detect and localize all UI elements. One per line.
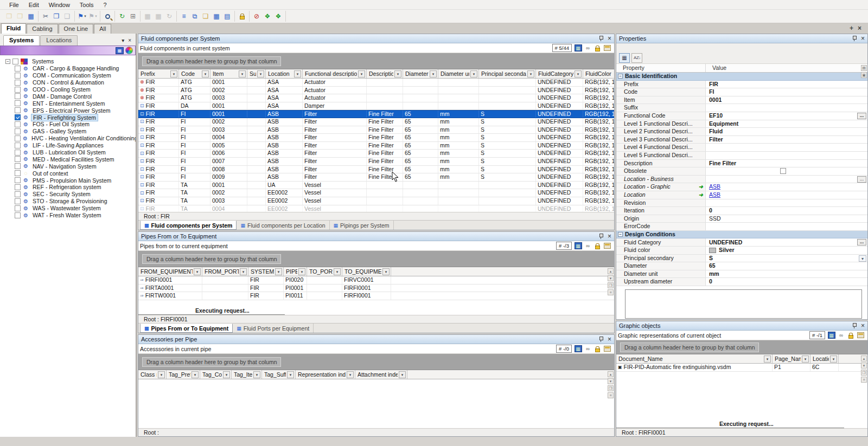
table-row[interactable]: ▣FIR-PID-Automatic fire extinguishing.vs… [616,364,867,372]
panel-tab-fluid-ports-per-equipment[interactable]: ▦Fluid Ports per Equipment [233,324,314,333]
column-header-diameter-unit[interactable]: Diameter unit▾ [438,69,479,78]
dock-icon[interactable]: ▤ [861,65,867,71]
property-group[interactable]: −Basic Identification [616,73,867,81]
properties-window-icon[interactable]: ❏ [201,12,210,21]
property-row[interactable]: Principal secondaryS▼ [616,255,867,263]
note-flag-icon[interactable]: ⚑▾ [77,12,87,21]
property-row[interactable]: Location - Graphic➜ASB [616,183,867,191]
link-icon[interactable] [583,242,592,250]
grid-view-icon[interactable]: ▦ [212,12,221,21]
tree-item[interactable]: ◌Out of context [0,170,136,177]
print-icon[interactable]: ❐ [608,282,614,288]
column-header-from-port[interactable]: FROM_PORT▾ [202,267,248,276]
collapse-group-icon[interactable]: − [618,232,623,237]
item-checkbox[interactable] [15,93,21,99]
search-icon[interactable] [103,12,112,21]
tab-cabling[interactable]: Cabling [27,24,58,34]
pin-icon[interactable] [598,233,604,240]
scroll-up-icon[interactable]: ▴ [608,371,614,377]
filter-icon[interactable]: ▾ [430,70,437,77]
tree-item[interactable]: ⚙NAV - Navigation System [0,163,136,170]
column-header-document-name[interactable]: Document_Name▾ [616,354,773,363]
table-row[interactable]: ⊡FIRTA0001UAVesselUNDEFINEDRGB(192, 19 [138,182,614,190]
table-row[interactable]: ⊡FIRFI0006ASBFilterFine Filter65mmSUNDEF… [138,150,614,158]
filter-icon[interactable]: ▾ [192,371,199,378]
color-wheel-icon[interactable] [125,47,133,54]
tree-item[interactable]: ⚙WAS - Wastewater System [0,205,136,212]
property-row[interactable]: Item0001 [616,96,867,105]
property-row[interactable]: Location - Business... [616,176,867,184]
close-icon[interactable]: × [608,337,611,342]
properties-icon[interactable] [603,44,612,52]
goto-arrow-icon[interactable]: ➜ [699,183,703,191]
excel-export-icon[interactable] [827,331,836,339]
column-header-prefix[interactable]: Prefix▾ [138,69,179,78]
column-header-diameter[interactable]: Diameter▾ [403,69,438,78]
scroll-down-icon[interactable]: ▾ [608,378,614,384]
column-header-functional-description[interactable]: Functional description▾ [303,69,367,78]
group-by-bar[interactable]: Drag a column header here to group by th… [138,53,614,69]
tree-item[interactable]: ⚙MED - Medical Facilities System [0,156,136,163]
table-row[interactable]: ⊡FIRFI0009ASBFilterFine Filter65mmSUNDEF… [138,173,614,182]
filter-icon[interactable]: ▾ [298,268,305,275]
tree-item[interactable]: ⚙STO - Storage & Provisioning [0,198,136,205]
column-header-principal-secondary[interactable]: Principal secondary▾ [479,69,536,78]
group-by-bar[interactable]: Drag a column header here to group by th… [138,354,614,370]
pin-icon[interactable] [852,35,857,42]
table-row[interactable]: ⊡FIRTA0002EE0002VesselUNDEFINEDRGB(192, … [138,189,614,197]
property-row[interactable]: Fluid CategoryUNDEFINED... [616,238,867,247]
column-header-to-equipment[interactable]: TO_EQUIPMENT▾ [342,267,391,276]
value-column-header[interactable]: Value [706,64,729,72]
refresh-icon[interactable]: ↻ [117,12,127,21]
tab-fluid[interactable]: Fluid [1,23,26,34]
column-header-page-name[interactable]: Page_Name▾ [773,354,810,363]
table-row[interactable]: ⊗FIRATG0001ASAActuatorUNDEFINEDRGB(192, … [138,79,614,87]
item-checkbox[interactable] [15,121,21,127]
export-icon[interactable]: ≡ [608,392,614,398]
panel-tab-pipes-from-or-to-equipment[interactable]: ▦Pipes From or To Equipment [140,324,233,333]
property-row[interactable]: Diameter65 [616,262,867,270]
export-xsl-alt-icon[interactable]: ▦ [154,12,163,21]
linked-view-icon[interactable]: ⧉ [190,12,200,21]
sidebar-tab-systems[interactable]: Systems [3,35,40,46]
link-icon[interactable] [583,345,592,353]
property-group[interactable]: −Design Conditions [616,231,867,239]
refresh-alt-icon[interactable]: ↻ [164,12,174,21]
property-row[interactable]: Diameter unitmm [616,270,867,279]
dropdown-button[interactable]: ▼ [859,255,866,262]
tree-item[interactable]: ⚙DAM - Damage Control [0,93,136,100]
tree-item[interactable]: ⚙FIR - Firefighting System [0,114,136,121]
filter-icon[interactable]: ▾ [394,70,401,77]
property-row[interactable]: Fluid colorSilver [616,247,867,255]
item-checkbox[interactable] [15,135,21,141]
group-by-bar[interactable]: Drag a column header here to group by th… [616,340,867,354]
property-row[interactable]: Level 1 Functional Descri...Equipment [616,120,867,128]
tree-item[interactable]: ⚙COM - Communication System [0,72,136,79]
note-flag-alt-icon[interactable]: ⚑▾ [88,12,98,21]
collapse-group-icon[interactable]: − [618,74,623,79]
print-icon[interactable]: ❐ [861,370,867,376]
filter-icon[interactable]: ▾ [170,70,177,77]
copy-icon[interactable]: ❐ [52,12,61,21]
item-checkbox[interactable] [15,80,21,86]
column-header-from-equipment[interactable]: FROM_EQUIPMENT▾ [138,267,202,276]
table-row[interactable]: ⊡FIRDA0001ASADamperUNDEFINEDRGB(192, 19 [138,102,614,111]
panel-tab-pipings-per-system[interactable]: ▦Pipings per System [330,221,394,230]
property-row[interactable]: ErrorCode [616,223,867,231]
table-row[interactable]: ⊡FIRFI0002ASBFilterFine Filter65mmSUNDEF… [138,118,614,126]
menu-item-edit[interactable]: Edit [24,1,44,9]
column-header-attachment-index[interactable]: Attachment index▾ [355,370,407,379]
table-row[interactable]: ⊡FIRFI0005ASBFilterFine Filter65mmSUNDEF… [138,142,614,150]
column-header-suffix[interactable]: Suffix▾ [247,69,266,78]
tree-item[interactable]: ⚙CON - Control & Automation [0,79,136,86]
column-header-fluidcolor[interactable]: FluidColor▾ [583,69,614,78]
item-checkbox[interactable] [15,107,21,113]
column-header-class-name[interactable]: Class name▾ [138,370,167,379]
table-row[interactable]: ⊡FIRFI0001ASBFilterFine Filter65mmSUNDEF… [138,110,614,118]
column-header-location[interactable]: Location▾ [810,354,839,363]
property-row[interactable]: Level 5 Functional Descri... [616,152,867,160]
paste-icon[interactable]: ❑ [62,12,72,21]
location-link[interactable]: ASB [709,191,720,199]
export-icon[interactable]: ≡ [861,377,867,383]
lock-icon[interactable] [237,12,247,21]
